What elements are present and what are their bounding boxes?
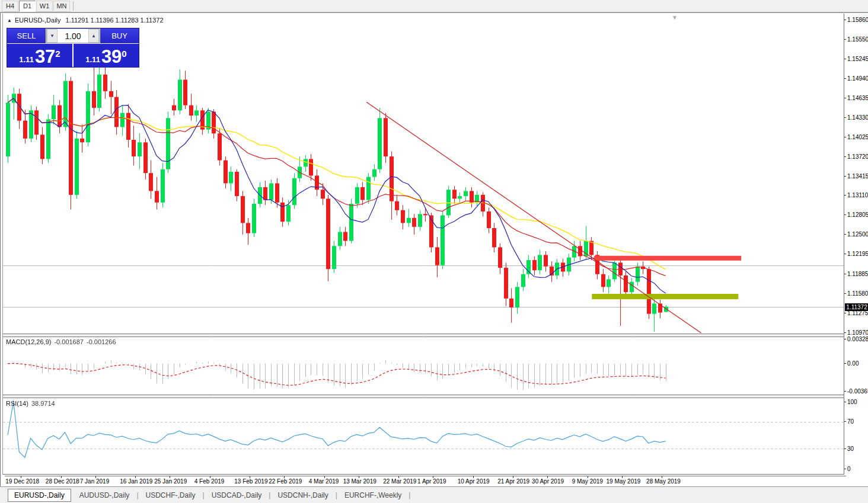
symbol-period-label: EURUSD-,Daily [15,17,61,24]
bid-price-main: 37 [35,48,55,66]
time-axis-label: 21 Apr 2019 [497,478,529,485]
price-axis-tick: 1.14940 [844,75,868,81]
price-axis-tick: 1.15245 [844,56,868,62]
price-axis-tick: 1.15550 [844,36,868,42]
macd-axis-tick: 0.003287 [844,336,868,342]
macd-value-1: -0.001687 [54,338,84,345]
current-price-badge: 1.11372 [845,303,868,311]
timeframe-button-h4[interactable]: H4 [2,1,18,12]
price-axis-tick: 1.14330 [844,114,868,120]
time-axis-label: 22 Feb 2019 [269,478,302,485]
ask-price-pip: 0 [122,49,126,59]
time-axis-label: 4 Feb 2019 [194,478,225,485]
rsi-axis-tick: 70 [844,419,854,425]
chart-title: ▲ EURUSD-,Daily 1.11291 1.11396 1.11283 … [7,17,164,24]
time-axis-label: 7 Jan 2019 [80,478,110,485]
rsi-indicator-label: RSI(14)38.9714 [6,400,55,407]
chart-window: ▲ EURUSD-,Daily 1.11291 1.11396 1.11283 … [0,12,868,486]
sell-button[interactable]: SELL [7,28,46,43]
tab-separator: | [269,491,270,499]
tab-separator: | [136,491,138,499]
chart-tab-usdchf[interactable]: USDCHF-,Daily [140,489,202,501]
timeframe-button-w1[interactable]: W1 [36,1,53,12]
rsi-axis-tick: 100 [844,399,857,405]
tab-separator: | [409,491,410,499]
toolbar-separator [73,1,74,11]
price-axis-tick: 1.15860 [844,17,868,23]
bid-price-panel[interactable]: 1.11 37 2 [7,44,72,67]
tab-separator: | [336,491,337,499]
rsi-axis-tick: 0 [844,466,851,472]
price-chart-canvas[interactable] [3,14,844,475]
ask-price-main: 39 [101,48,122,66]
price-axis[interactable]: 1.11372 1.158601.155501.152451.149401.14… [844,14,868,475]
time-axis-label: 28 May 2019 [646,478,681,485]
buy-button[interactable]: BUY [100,28,139,43]
time-axis-label: 28 Dec 2018 [46,478,79,485]
chart-tab-bar: EURUSD-,DailyAUDUSD-,Daily|USDCHF-,Daily… [0,486,868,503]
time-axis-label: 25 Jan 2019 [154,478,187,485]
rsi-value: 38.9714 [31,400,55,407]
bid-price-prefix: 1.11 [19,55,34,64]
time-axis-label: 19 May 2019 [607,478,641,485]
price-axis-tick: 1.14025 [844,134,868,140]
one-click-trading-panel: SELL ▼ ▲ BUY 1.11 37 2 1.11 [7,28,139,68]
price-axis-tick: 1.11580 [844,290,868,296]
price-axis-tick: 1.13720 [844,153,868,159]
macd-axis-tick: 0.00 [844,361,859,367]
time-axis-label: 1 Apr 2019 [417,478,446,485]
volume-decrease-icon[interactable]: ▼ [47,29,58,43]
bid-price-pip: 2 [55,49,60,59]
plot-region: ▲ EURUSD-,Daily 1.11291 1.11396 1.11283 … [2,14,844,475]
chart-tab-usdcad[interactable]: USDCAD-,Daily [206,489,268,501]
time-axis[interactable]: 19 Dec 201828 Dec 20187 Jan 201916 Jan 2… [5,476,846,487]
time-axis-label: 30 Apr 2019 [532,478,564,485]
time-axis-label: 22 Mar 2019 [383,478,416,485]
ask-price-panel[interactable]: 1.11 39 0 [74,44,139,67]
price-axis-tick: 1.12195 [844,251,868,257]
volume-input[interactable] [58,29,88,43]
price-axis-tick: 1.12500 [844,232,868,238]
price-axis-tick: 1.13110 [844,193,868,198]
time-axis-label: 13 Feb 2019 [234,478,267,485]
chart-tab-audusd[interactable]: AUDUSD-,Daily [74,489,136,501]
macd-indicator-label: MACD(12,26,9)-0.001687-0.001266 [6,338,116,345]
price-axis-tick: 1.11885 [844,271,868,277]
timeframe-button-mn[interactable]: MN [53,1,70,12]
collapse-pane-icon[interactable]: ▲ [7,18,12,23]
chart-tab-eurusd[interactable]: EURUSD-,Daily [8,489,71,502]
time-axis-label: 19 Dec 2018 [5,478,39,485]
price-axis-tick: 1.13415 [844,173,868,179]
trading-terminal: H4D1W1MN ▲ EURUSD-,Daily 1.11291 1.11396… [0,0,868,503]
time-axis-label: 16 Jan 2019 [120,478,152,485]
macd-axis-tick: -0.003659 [844,388,868,394]
ohlc-values: 1.11291 1.11396 1.11283 1.11372 [66,17,164,24]
volume-stepper: ▼ ▲ [46,28,100,43]
chart-shift-marker-icon[interactable]: ▼ [672,14,678,21]
price-axis-tick: 1.10970 [844,329,868,335]
chart-tab-usdcnh[interactable]: USDCNH-,Daily [272,489,334,501]
time-axis-label: 4 Mar 2019 [309,478,339,485]
chart-tab-eurchf[interactable]: EURCHF-,Weekly [339,489,407,501]
macd-value-2: -0.001266 [87,338,116,345]
tab-separator: | [203,491,205,499]
ask-price-prefix: 1.11 [85,55,100,64]
time-axis-label: 10 Apr 2019 [458,478,490,485]
price-axis-tick: 1.12805 [844,212,868,218]
volume-increase-icon[interactable]: ▲ [88,29,99,43]
price-axis-tick: 1.14635 [844,95,868,101]
time-axis-label: 9 May 2019 [572,478,603,485]
time-axis-label: 13 Mar 2019 [343,478,376,485]
rsi-axis-tick: 30 [844,446,854,451]
timeframe-button-d1[interactable]: D1 [19,1,36,12]
timeframe-toolbar: H4D1W1MN [0,0,868,12]
